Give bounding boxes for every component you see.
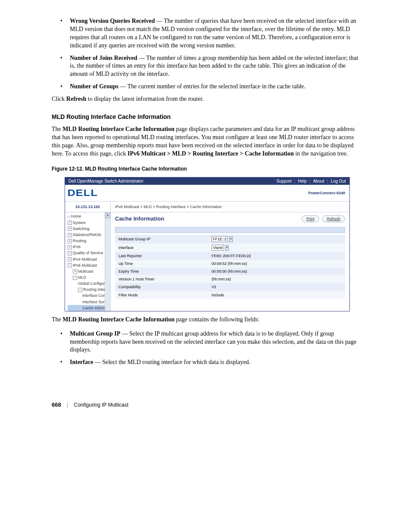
page-title: Cache Information: [115, 215, 164, 223]
row-value: 00:09:52 (hh:mm:ss): [208, 260, 345, 268]
model-label: PowerConnect 6248: [308, 190, 345, 196]
table-row: Multicast Group IPFF1E::2 ▾: [115, 235, 345, 243]
nav-item[interactable]: Global Configurat: [68, 280, 110, 286]
device-ip: 10.131.13.162: [65, 202, 110, 212]
row-value: V2: [208, 283, 345, 291]
nav-item[interactable]: ⌂Home: [68, 213, 110, 220]
nav-item[interactable]: Interface Sum: [68, 299, 110, 305]
doc-bullet: Multicast Group IP — Select the IP multi…: [52, 330, 359, 355]
logo-bar: DELL PowerConnect 6248: [65, 185, 349, 202]
expand-icon[interactable]: +: [68, 239, 72, 243]
table-row: Expiry Time00:00:00 (hh:mm:ss): [115, 268, 345, 275]
row-key: Filter Mode: [115, 291, 208, 299]
expand-icon[interactable]: +: [68, 245, 72, 249]
row-value: 00:00:00 (hh:mm:ss): [208, 268, 345, 275]
row-value: Vlan6 ▾: [208, 243, 345, 252]
info-table: Multicast Group IPFF1E::2 ▾InterfaceVlan…: [115, 235, 345, 299]
row-key: Compatibility: [115, 283, 208, 291]
table-row: Up Time00:09:52 (hh:mm:ss): [115, 260, 345, 268]
nav-item[interactable]: +System: [68, 220, 110, 226]
nav-item[interactable]: Cache Informa: [68, 305, 110, 311]
row-key: Interface: [115, 243, 208, 252]
expand-icon[interactable]: +: [68, 221, 72, 225]
home-icon: ⌂: [68, 214, 70, 219]
select-field[interactable]: Vlan6: [212, 245, 224, 251]
footer-section: Configuring IP Multicast: [74, 402, 129, 408]
section-divider: [115, 227, 345, 233]
intro-paragraph: The MLD Routing Interface Cache Informat…: [52, 125, 359, 158]
nav-item[interactable]: −IPv6 Multicast: [68, 262, 110, 268]
nav-item[interactable]: +Statistics/RMON: [68, 232, 110, 238]
table-row: CompatibilityV2: [115, 283, 345, 291]
table-row: Last ReporterFE80::200:FF:FE00:22: [115, 252, 345, 260]
app-title: Dell OpenManage Switch Administrator: [68, 178, 143, 184]
table-row: Version 1 Host Timer (hh:mm:ss): [115, 275, 345, 283]
scroll-up-icon[interactable]: ▴: [105, 212, 110, 218]
doc-bullet: Number of Joins Received — The number of…: [52, 54, 359, 79]
doc-bullet: Wrong Version Queries Received — The num…: [52, 17, 359, 50]
nav-item[interactable]: +IPv6: [68, 244, 110, 250]
expand-icon[interactable]: +: [68, 233, 72, 237]
collapse-icon[interactable]: −: [68, 263, 72, 268]
row-key: Last Reporter: [115, 252, 208, 260]
page-footer: 668 | Configuring IP Multicast: [52, 401, 359, 409]
refresh-paragraph: Click Refresh to display the latest info…: [52, 95, 359, 103]
expand-icon[interactable]: +: [68, 227, 72, 231]
top-link-about[interactable]: About: [313, 179, 324, 184]
row-value: (hh:mm:ss): [208, 275, 345, 283]
row-key: Up Time: [115, 260, 208, 268]
chevron-down-icon[interactable]: ▾: [229, 236, 233, 242]
nav-scrollbar[interactable]: ▴: [105, 212, 110, 311]
table-row: InterfaceVlan6 ▾: [115, 243, 345, 252]
row-value: FF1E::2 ▾: [208, 235, 345, 243]
collapse-icon[interactable]: −: [73, 276, 77, 280]
row-key: Multicast Group IP: [115, 235, 208, 243]
dell-logo: DELL: [67, 187, 98, 199]
expand-icon[interactable]: +: [68, 251, 72, 255]
section-heading: MLD Routing Interface Cache Information: [52, 113, 359, 121]
row-key: Expiry Time: [115, 268, 208, 275]
doc-bullet: Number of Groups — The current number of…: [52, 83, 359, 91]
nav-item[interactable]: +Quality of Service: [68, 250, 110, 256]
expand-icon[interactable]: +: [68, 257, 72, 261]
doc-bullet: Interface — Select the MLD routing inter…: [52, 358, 359, 367]
row-value: FE80::200:FF:FE00:22: [208, 252, 345, 260]
figure-caption: Figure 12-12. MLD Routing Interface Cach…: [52, 165, 359, 172]
nav-item[interactable]: +Switching: [68, 226, 110, 232]
top-link-log-out[interactable]: Log Out: [330, 179, 346, 184]
nav-item[interactable]: −MLD: [68, 274, 110, 280]
table-row: Filter ModeInclude: [115, 291, 345, 299]
nav-item[interactable]: −Routing Interface: [68, 286, 110, 292]
collapse-icon[interactable]: −: [78, 288, 82, 292]
nav-item[interactable]: +IPv4 Multicast: [68, 256, 110, 262]
refresh-button[interactable]: Refresh: [322, 215, 345, 222]
post-shot-paragraph: The MLD Routing Interface Cache Informat…: [52, 316, 359, 324]
row-key: Version 1 Host Timer: [115, 275, 208, 283]
nav-item[interactable]: +Routing: [68, 238, 110, 244]
expand-icon[interactable]: +: [73, 269, 77, 274]
chevron-down-icon[interactable]: ▾: [225, 245, 229, 251]
nav-item[interactable]: Interface Confi: [68, 292, 110, 299]
row-value: Include: [208, 291, 345, 299]
content-column: IPv6 Multicast > MLD > Routing Interface…: [111, 202, 349, 311]
nav-item[interactable]: +Multicast: [68, 268, 110, 274]
top-link-help[interactable]: Help: [298, 179, 307, 184]
screenshot-window: Dell OpenManage Switch Administrator Sup…: [65, 177, 350, 311]
select-field[interactable]: FF1E::2: [212, 236, 228, 242]
print-button[interactable]: Print: [302, 215, 319, 222]
nav-tree: ⌂Home+System+Switching+Statistics/RMON+R…: [65, 212, 110, 311]
top-link-support[interactable]: Support: [277, 179, 292, 184]
breadcrumb: IPv6 Multicast > MLD > Routing Interface…: [111, 202, 349, 212]
page-number: 668: [52, 401, 61, 408]
window-topbar: Dell OpenManage Switch Administrator Sup…: [65, 177, 349, 185]
nav-column: 10.131.13.162 ⌂Home+System+Switching+Sta…: [65, 202, 111, 311]
